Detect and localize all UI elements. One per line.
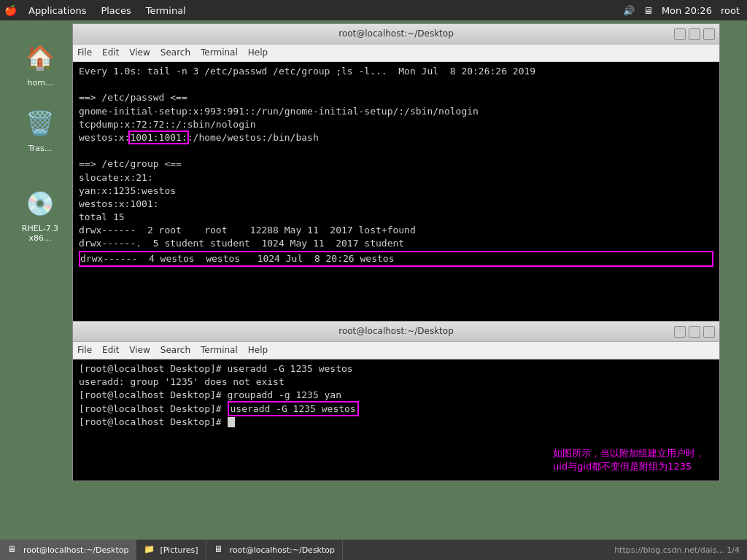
line-blank1 [79, 78, 713, 91]
apple-icon: 🍎 [4, 4, 17, 16]
terminal-2-content: [root@localhost Desktop]# useradd -G 123… [73, 359, 719, 481]
line-lost: drwx------ 2 root root 12288 May 11 2017… [79, 224, 713, 237]
menu-view-2[interactable]: View [129, 344, 150, 357]
terminal-1-title: root@localhost:~/Desktop [338, 28, 454, 40]
terminal-2-title: root@localhost:~/Desktop [338, 325, 454, 338]
time-display: Mon 20:26 [662, 5, 712, 16]
taskbar-item-pictures[interactable]: 📁 [Pictures] [136, 540, 206, 560]
menu-view-1[interactable]: View [129, 47, 150, 59]
terminal-2-menubar: File Edit View Search Terminal Help [73, 342, 719, 359]
close-button-2[interactable]: ✕ [703, 326, 715, 338]
taskbar-bottom: 🖥 root@localhost:~/Desktop 📁 [Pictures] … [0, 540, 747, 560]
taskbar-top: 🍎 Applications Places Terminal 🔊 🖥 Mon 2… [0, 0, 747, 20]
line-group-header: ==> /etc/group <== [79, 158, 713, 171]
terminal-2-taskbar-icon: 🖥 [214, 544, 225, 556]
line-total: total 15 [79, 211, 713, 224]
taskbar-right: https://blog.csdn.net/dais... 1/4 [607, 545, 747, 555]
menu-edit-1[interactable]: Edit [102, 47, 119, 59]
menu-edit-2[interactable]: Edit [102, 344, 119, 357]
terminal-1-titlebar: root@localhost:~/Desktop _ □ ✕ [73, 24, 719, 44]
places-menu[interactable]: Places [93, 0, 138, 20]
taskbar-right-items: 🔊 🖥 Mon 20:26 root [623, 5, 747, 16]
menu-terminal-2[interactable]: Terminal [201, 344, 238, 357]
desktop-icon-home[interactable]: 🏠 hom... [15, 40, 66, 88]
terminal-1-buttons: _ □ ✕ [674, 28, 715, 40]
terminal-2-titlebar: root@localhost:~/Desktop _ □ ✕ [73, 322, 719, 342]
line-westos-group: westos:x:1001: [79, 198, 713, 211]
taskbar-item-terminal-2[interactable]: 🖥 root@localhost:~/Desktop [206, 540, 343, 560]
line-groupadd: [root@localhost Desktop]# groupadd -g 12… [79, 389, 713, 402]
applications-menu[interactable]: Applications [21, 0, 93, 20]
menu-search-1[interactable]: Search [160, 47, 190, 59]
rhel-label: RHEL-7.3x86... [22, 224, 58, 243]
home-label: hom... [28, 78, 53, 88]
terminal-1-taskbar-icon: 🖥 [7, 544, 19, 556]
menu-help-2[interactable]: Help [248, 344, 268, 357]
maximize-button-1[interactable]: □ [689, 28, 700, 40]
taskbar-item-2-label: [Pictures] [160, 545, 198, 555]
menu-file-1[interactable]: File [77, 47, 92, 59]
menu-help-1[interactable]: Help [248, 47, 268, 59]
menu-search-2[interactable]: Search [160, 344, 190, 357]
desktop-icon-rhel[interactable]: 💿 RHEL-7.3x86... [15, 186, 66, 243]
terminal-1-content: Every 1.0s: tail -n 3 /etc/passwd /etc/g… [73, 62, 719, 336]
desktop-icon-trash[interactable]: 🗑️ Tras... [15, 106, 66, 153]
terminal-menu[interactable]: Terminal [139, 0, 193, 20]
annotation-text: 如图所示，当以附加组建立用户时，uid与gid都不变但是附组为1235 [553, 447, 705, 473]
display-icon: 🖥 [643, 5, 653, 16]
line-watch: Every 1.0s: tail -n 3 /etc/passwd /etc/g… [79, 65, 713, 78]
terminal-window-1: root@localhost:~/Desktop _ □ ✕ File Edit… [72, 23, 720, 337]
line-useradd-success: [root@localhost Desktop]# useradd -G 123… [79, 402, 713, 416]
line-slocate: slocate:x:21: [79, 171, 713, 184]
line-westos-passwd: westos:x:1001:1001::/home/westos:/bin/ba… [79, 131, 713, 144]
line-blank2 [79, 144, 713, 158]
menu-terminal-1[interactable]: Terminal [201, 47, 238, 59]
minimize-button-1[interactable]: _ [674, 28, 686, 40]
close-button-1[interactable]: ✕ [703, 28, 715, 40]
rhel-icon: 💿 [23, 186, 58, 221]
line-gnome: gnome-initial-setup:x:993:991::/run/gnom… [79, 105, 713, 118]
line-westos-dir: drwx------ 4 westos westos 1024 Jul 8 20… [79, 251, 713, 267]
line-yan: yan:x:1235:westos [79, 184, 713, 198]
trash-icon: 🗑️ [23, 106, 58, 141]
home-icon: 🏠 [23, 40, 58, 75]
user-display: root [721, 5, 740, 16]
trash-label: Tras... [28, 144, 53, 153]
terminal-1-menubar: File Edit View Search Terminal Help [73, 44, 719, 62]
taskbar-item-terminal-1[interactable]: 🖥 root@localhost:~/Desktop [0, 540, 136, 560]
pictures-taskbar-icon: 📁 [144, 544, 155, 556]
maximize-button-2[interactable]: □ [689, 326, 700, 338]
terminal-window-2: root@localhost:~/Desktop _ □ ✕ File Edit… [72, 321, 720, 481]
minimize-button-2[interactable]: _ [674, 326, 686, 338]
line-student: drwx------. 5 student student 1024 May 1… [79, 237, 713, 250]
line-tcpdump: tcpdump:x:72:72::/:sbin/nologin [79, 118, 713, 131]
line-useradd-fail: [root@localhost Desktop]# useradd -G 123… [79, 362, 713, 376]
line-passwd-header: ==> /etc/passwd <== [79, 91, 713, 104]
line-prompt: [root@localhost Desktop]# [79, 416, 713, 429]
menu-file-2[interactable]: File [77, 344, 92, 357]
taskbar-item-1-label: root@localhost:~/Desktop [23, 545, 128, 555]
taskbar-item-3-label: root@localhost:~/Desktop [230, 545, 335, 555]
line-group-error: useradd: group '1235' does not exist [79, 376, 713, 389]
terminal-2-buttons: _ □ ✕ [674, 326, 715, 338]
volume-icon: 🔊 [623, 5, 635, 16]
